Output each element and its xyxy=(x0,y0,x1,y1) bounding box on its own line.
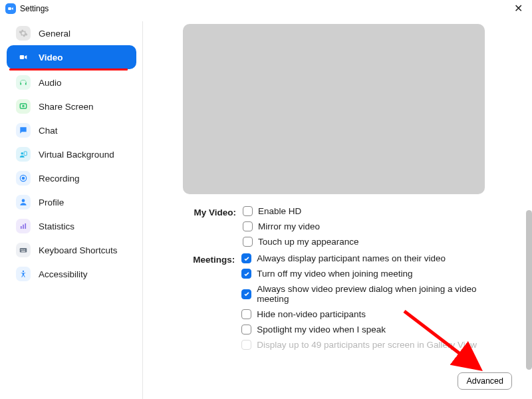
option-turn-off-video-join[interactable]: Turn off my video when joining meeting xyxy=(241,269,505,279)
option-49-participants: Display up to 49 participants per screen… xyxy=(241,340,505,350)
settings-sidebar: General Video Audio Share Screen Ch xyxy=(0,17,143,399)
group-label-my-video: My Video: xyxy=(183,206,243,247)
option-label: Mirror my video xyxy=(258,221,320,231)
option-label: Enable HD xyxy=(258,206,301,216)
svg-rect-8 xyxy=(21,226,22,229)
accessibility-icon xyxy=(16,267,31,281)
sidebar-label: Virtual Background xyxy=(39,150,114,160)
sidebar-item-recording[interactable]: Recording xyxy=(7,166,136,190)
option-label: Spotlight my video when I speak xyxy=(257,325,386,334)
option-label: Turn off my video when joining meeting xyxy=(257,269,412,279)
checkbox-unchecked xyxy=(243,221,253,231)
option-label: Hide non-video participants xyxy=(257,309,366,319)
sidebar-item-audio[interactable]: Audio xyxy=(7,70,136,94)
sidebar-label: General xyxy=(39,29,70,39)
option-touch-up[interactable]: Touch up my appearance xyxy=(243,237,359,247)
virtual-background-icon xyxy=(16,147,31,162)
sidebar-item-keyboard-shortcuts[interactable]: Keyboard Shortcuts xyxy=(7,238,136,262)
checkbox-disabled xyxy=(241,340,251,350)
checkbox-checked xyxy=(241,269,251,279)
app-icon xyxy=(5,3,16,14)
video-preview xyxy=(183,24,485,194)
sidebar-label: Recording xyxy=(39,174,80,184)
sidebar-item-profile[interactable]: Profile xyxy=(7,190,136,214)
sidebar-label: Audio xyxy=(39,78,62,88)
settings-content: My Video: Enable HD Mirror my video Touc… xyxy=(143,17,532,399)
headphones-icon xyxy=(16,75,31,90)
sidebar-label: Chat xyxy=(39,126,58,136)
statistics-icon xyxy=(16,219,31,233)
checkbox-unchecked xyxy=(243,237,253,247)
sidebar-label: Statistics xyxy=(39,221,74,231)
svg-rect-12 xyxy=(21,249,22,250)
svg-rect-4 xyxy=(24,152,27,156)
svg-point-6 xyxy=(22,177,25,180)
option-spotlight-speak[interactable]: Spotlight my video when I speak xyxy=(241,325,505,334)
share-screen-icon xyxy=(16,99,31,114)
checkbox-checked xyxy=(241,289,251,299)
recording-icon xyxy=(16,171,31,186)
option-hide-non-video[interactable]: Hide non-video participants xyxy=(241,309,505,319)
gear-icon xyxy=(16,26,31,41)
sidebar-item-virtual-background[interactable]: Virtual Background xyxy=(7,142,136,166)
checkbox-unchecked xyxy=(241,325,251,334)
sidebar-item-share-screen[interactable]: Share Screen xyxy=(7,94,136,118)
checkbox-unchecked xyxy=(241,309,251,319)
checkbox-checked xyxy=(241,253,251,263)
svg-rect-9 xyxy=(23,225,24,229)
video-icon xyxy=(16,50,31,65)
sidebar-label: Video xyxy=(39,53,63,63)
sidebar-label: Share Screen xyxy=(39,102,94,112)
svg-point-3 xyxy=(21,152,24,155)
option-mirror-video[interactable]: Mirror my video xyxy=(243,221,359,231)
group-my-video: My Video: Enable HD Mirror my video Touc… xyxy=(183,206,505,247)
sidebar-label: Keyboard Shortcuts xyxy=(39,245,118,255)
option-display-names[interactable]: Always display participant names on thei… xyxy=(241,253,505,263)
svg-rect-10 xyxy=(25,223,26,229)
titlebar: Settings ✕ xyxy=(0,0,532,17)
checkbox-unchecked xyxy=(243,206,253,216)
group-label-meetings: Meetings: xyxy=(183,253,241,350)
sidebar-label: Accessibility xyxy=(39,269,88,279)
window-title: Settings xyxy=(20,4,49,13)
profile-icon xyxy=(16,195,31,209)
sidebar-item-general[interactable]: General xyxy=(7,21,136,45)
svg-rect-1 xyxy=(20,55,24,59)
keyboard-icon xyxy=(16,243,31,257)
sidebar-item-accessibility[interactable]: Accessibility xyxy=(7,262,136,286)
option-label: Touch up my appearance xyxy=(258,237,359,247)
option-label: Always display participant names on thei… xyxy=(257,253,446,263)
sidebar-label: Profile xyxy=(39,198,64,207)
chat-icon xyxy=(16,123,31,138)
sidebar-item-chat[interactable]: Chat xyxy=(7,118,136,142)
option-label: Display up to 49 participants per screen… xyxy=(257,340,477,350)
sidebar-item-video[interactable]: Video xyxy=(7,45,136,69)
option-video-preview-dialog[interactable]: Always show video preview dialog when jo… xyxy=(241,284,505,304)
svg-rect-15 xyxy=(21,251,25,251)
svg-point-16 xyxy=(23,271,24,272)
svg-rect-13 xyxy=(23,249,23,250)
svg-rect-14 xyxy=(24,249,25,250)
close-button[interactable]: ✕ xyxy=(510,2,527,15)
option-enable-hd[interactable]: Enable HD xyxy=(243,206,359,216)
svg-rect-11 xyxy=(20,248,27,252)
scrollbar-thumb[interactable] xyxy=(526,210,532,370)
advanced-button[interactable]: Advanced xyxy=(458,372,512,390)
sidebar-item-statistics[interactable]: Statistics xyxy=(7,214,136,238)
svg-rect-0 xyxy=(8,7,11,10)
option-label: Always show video preview dialog when jo… xyxy=(257,284,505,304)
svg-point-7 xyxy=(22,199,25,202)
group-meetings: Meetings: Always display participant nam… xyxy=(183,253,505,350)
